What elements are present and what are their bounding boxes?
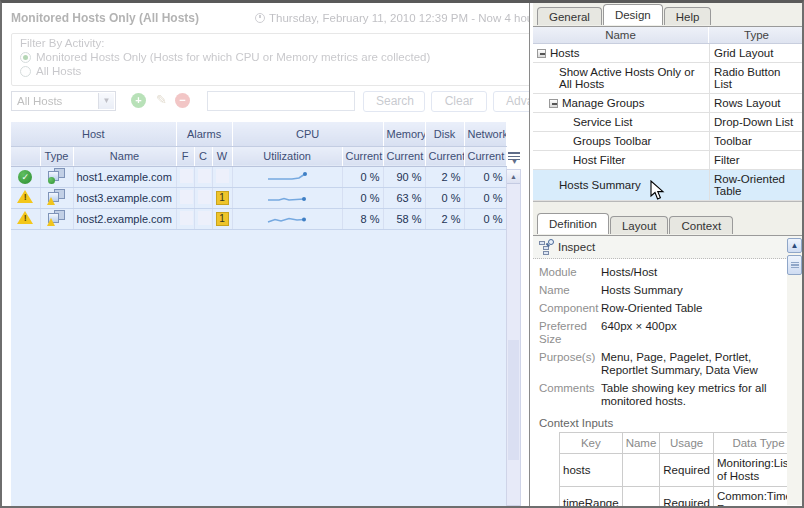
memory-current: 90 % (383, 166, 425, 187)
network-current: 0 % (464, 166, 506, 187)
time-range-control[interactable]: Thursday, February 11, 2010 12:39 PM - N… (255, 12, 530, 24)
property-row: Preferred Size640px × 400px (539, 320, 784, 346)
column-header-type[interactable]: Type (40, 146, 73, 166)
detail-scrollbar[interactable]: ▲ (787, 238, 802, 505)
add-group-icon[interactable]: + (131, 93, 146, 108)
alarm-cell-empty (216, 169, 229, 183)
warning-alarm-badge[interactable]: 1 (216, 212, 229, 226)
property-value: 640px × 400px (601, 320, 784, 346)
tree-row-groups-toolbar[interactable]: Groups ToolbarToolbar (533, 132, 804, 151)
tab-layout[interactable]: Layout (610, 216, 669, 234)
cpu-current: 0 % (342, 166, 383, 187)
host-type-icon (48, 168, 65, 183)
tree-node-type: Drop-Down List (709, 113, 804, 131)
ctx-row-hosts: hostsRequiredMonitoring:List of Hosts (560, 454, 804, 487)
clear-button[interactable]: Clear (431, 91, 487, 112)
column-group-memory[interactable]: Memory (383, 122, 425, 146)
advanced-button[interactable]: Advanced (493, 91, 530, 112)
definition-tab-content: Inspect ModuleHosts/HostNameHosts Summar… (533, 235, 804, 506)
host-row-host3[interactable]: !host3.example.com10 %63 %0 %0 % (11, 187, 506, 208)
ctx-cell: Required (660, 487, 714, 507)
tree-node-type: Grid Layout (709, 44, 804, 62)
ctx-cell (622, 487, 660, 507)
tree-row-host-filter[interactable]: Host FilterFilter (533, 151, 804, 170)
context-inputs-label: Context Inputs (533, 415, 804, 432)
host-name-link[interactable]: host3.example.com (73, 187, 176, 208)
column-header-w[interactable]: W (212, 146, 232, 166)
edit-group-icon[interactable]: ✎ (154, 93, 169, 108)
host-row-host1[interactable]: ✓host1.example.com0 %90 %2 %0 % (11, 166, 506, 187)
memory-current: 63 % (383, 187, 425, 208)
tree-row-show-active-hosts-only-or-all-hosts[interactable]: Show Active Hosts Only or All HostsRadio… (533, 63, 804, 94)
radio-monitored-hosts-only[interactable]: Monitored Hosts Only (Hosts for which CP… (20, 51, 530, 63)
inspect-icon (539, 240, 554, 255)
designer-tabbar: GeneralDesignHelp (533, 3, 804, 26)
collapse-icon[interactable] (549, 99, 558, 108)
tree-node-label: Show Active Hosts Only or All Hosts (559, 66, 705, 90)
design-tree-header: Name Type (533, 27, 804, 44)
column-header-c[interactable]: C (194, 146, 212, 166)
host-name-link[interactable]: host1.example.com (73, 166, 176, 187)
column-header-status[interactable] (11, 146, 40, 166)
tab-general[interactable]: General (537, 7, 602, 25)
remove-group-icon[interactable]: − (175, 93, 190, 108)
tab-help[interactable]: Help (664, 7, 712, 25)
definition-properties: ModuleHosts/HostNameHosts SummaryCompone… (533, 259, 804, 415)
hosts-table: HostAlarmsCPUMemoryDiskNetworkTypeNameFC… (11, 122, 507, 506)
search-input[interactable] (207, 91, 355, 111)
group-select[interactable]: All Hosts ▼ (11, 91, 116, 111)
alarm-cell-empty (180, 211, 193, 225)
inspect-button[interactable]: Inspect (533, 236, 804, 259)
tree-row-service-list[interactable]: Service ListDrop-Down List (533, 113, 804, 132)
warning-alarm-badge[interactable]: 1 (216, 191, 229, 205)
collapse-icon[interactable] (537, 49, 546, 58)
disk-current: 2 % (425, 208, 464, 229)
column-header-current[interactable]: Current (464, 146, 506, 166)
property-row: ModuleHosts/Host (539, 266, 784, 279)
host-name-link[interactable]: host2.example.com (73, 208, 176, 229)
column-header-f[interactable]: F (176, 146, 194, 166)
tree-row-manage-groups[interactable]: Manage GroupsRows Layout (533, 94, 804, 113)
scrollbar-thumb[interactable] (787, 255, 802, 275)
column-group-cpu[interactable]: CPU (232, 122, 383, 146)
column-header-current[interactable]: Current (383, 146, 425, 166)
hosts-preview-panel: Monitored Hosts Only (All Hosts) Thursda… (2, 3, 530, 506)
table-options-icon[interactable]: ▼ (508, 151, 522, 165)
column-header-current[interactable]: Current (425, 146, 464, 166)
tree-node-type: Radio Button List (709, 63, 804, 93)
column-group-alarms[interactable]: Alarms (176, 122, 232, 146)
column-header-utilization[interactable]: Utilization (232, 146, 342, 166)
chevron-down-icon[interactable]: ▼ (98, 93, 114, 109)
scroll-up-icon[interactable]: ▲ (507, 170, 520, 184)
ctx-row-timeRange: timeRangeRequiredCommon:Time Range (560, 487, 804, 507)
detail-tabbar: DefinitionLayoutContext (533, 212, 804, 235)
property-row: Purpose(s)Menu, Page, Pagelet, Portlet, … (539, 351, 784, 377)
property-label: Preferred Size (539, 320, 601, 346)
scrollbar-thumb[interactable] (508, 340, 519, 460)
tree-row-hosts[interactable]: HostsGrid Layout (533, 44, 804, 63)
column-group-network[interactable]: Network (464, 122, 506, 146)
col-header-type: Type (709, 27, 804, 43)
host-row-host2[interactable]: !host2.example.com18 %58 %2 %0 % (11, 208, 506, 229)
disk-current: 0 % (425, 187, 464, 208)
host-type-icon (48, 189, 65, 204)
tree-node-label: Hosts (550, 47, 579, 59)
tab-definition[interactable]: Definition (537, 213, 609, 234)
radio-all-hosts[interactable]: All Hosts (20, 65, 530, 77)
hosts-table-scrollbar[interactable]: ▲ (506, 169, 521, 506)
tab-design[interactable]: Design (603, 4, 663, 25)
property-value: Menu, Page, Pagelet, Portlet, Reportlet … (601, 351, 784, 377)
tab-context[interactable]: Context (669, 216, 733, 234)
column-group-host[interactable]: Host (11, 122, 176, 146)
alarm-cell-empty (180, 169, 193, 183)
search-button[interactable]: Search (363, 91, 425, 112)
tree-row-hosts-summary[interactable]: Hosts SummaryRow-Oriented Table (533, 170, 804, 201)
column-header-current[interactable]: Current (342, 146, 383, 166)
radio-icon[interactable] (20, 66, 31, 77)
column-header-name[interactable]: Name (73, 146, 176, 166)
column-group-disk[interactable]: Disk (425, 122, 464, 146)
scroll-up-icon[interactable]: ▲ (787, 238, 802, 253)
hosts-summary-table: HostAlarmsCPUMemoryDiskNetworkTypeNameFC… (11, 122, 523, 506)
radio-icon[interactable] (20, 52, 31, 63)
property-label: Purpose(s) (539, 351, 601, 377)
